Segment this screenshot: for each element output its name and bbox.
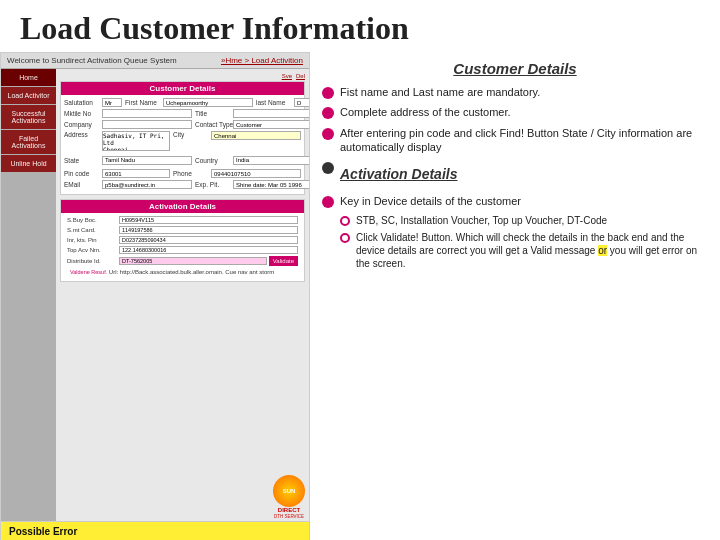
contacttype-label: Contact Type — [195, 121, 230, 128]
bullet-names: Fist name and Last name are mandatory. — [322, 85, 708, 99]
app-screenshot: Welcome to Sundirect Activation Queue Sy… — [0, 52, 310, 540]
bullet-dot-4 — [322, 196, 334, 208]
sub-bullet-text-1: STB, SC, Installation Voucher, Top up Vo… — [356, 214, 607, 227]
app-body: Home Load Activitor Successful Activatio… — [1, 69, 309, 535]
activation-heading-row: Activation Details — [322, 160, 708, 188]
app-topbar-title: Welcome to Sundirect Activation Queue Sy… — [7, 56, 177, 65]
app-sidebar: Home Load Activitor Successful Activatio… — [1, 69, 56, 535]
customer-details-form: Customer Details Salutation First Name l… — [60, 81, 305, 195]
right-panel: Customer Details Fist name and Last name… — [310, 52, 720, 540]
app-background: Welcome to Sundirect Activation Queue Sy… — [1, 53, 309, 540]
country-label: Country — [195, 157, 230, 164]
phone-label: Phone — [173, 170, 208, 177]
country-input[interactable] — [233, 156, 309, 165]
bullet-text-3: After entering pin code and click Find! … — [340, 126, 708, 155]
sidebar-item-load[interactable]: Load Activitor — [1, 87, 56, 104]
customer-details-heading: Customer Details — [322, 60, 708, 77]
lastname-input[interactable] — [294, 98, 309, 107]
smartcard-label: S.mt Card. — [67, 227, 117, 233]
logo-direct-text: DIRECT — [278, 507, 300, 514]
bullet-text-1: Fist name and Last name are mandatory. — [340, 85, 540, 99]
distributor-input[interactable] — [119, 257, 267, 265]
company-label: Company — [64, 121, 99, 128]
state-input[interactable] — [102, 156, 192, 165]
validation-result: Valdene Resuf. Url: http://Back.associat… — [67, 268, 277, 276]
sidebar-item-home[interactable]: Home — [1, 69, 56, 86]
company-input[interactable] — [102, 120, 192, 129]
distributor-label: Distribute Id. — [67, 258, 117, 264]
save-link[interactable]: Sve — [282, 73, 292, 79]
bullet-address: Complete address of the customer. — [322, 105, 708, 119]
salutation-label: Salutation — [64, 99, 99, 106]
address-label: Address — [64, 131, 99, 138]
highlight-or: or — [598, 245, 607, 256]
app-nav-link[interactable]: »Hme > Load Activition — [221, 56, 303, 65]
phone-input[interactable] — [211, 169, 301, 178]
bottom-bar: Possible Error — [1, 521, 309, 540]
sidebar-item-unline[interactable]: Unline Hold — [1, 155, 56, 172]
app-form-area: Sve Del Customer Details Salutation Firs… — [56, 69, 309, 535]
del-link[interactable]: Del — [296, 73, 305, 79]
bullet-text-2: Complete address of the customer. — [340, 105, 511, 119]
sub-bullet-dot-1 — [340, 216, 350, 226]
sub-bullet-dot-2 — [340, 233, 350, 243]
address-input[interactable]: Sadhasiv, IT Pri, Ltd Chennai — [102, 131, 170, 151]
bullet-pincode: After entering pin code and click Find! … — [322, 126, 708, 155]
contacttype-input[interactable] — [233, 120, 309, 129]
stb-label: S.Buy Boc. — [67, 217, 117, 223]
city-label: City — [173, 131, 208, 138]
topvoucher-input[interactable] — [119, 246, 298, 254]
lastname-label: last Name — [256, 99, 291, 106]
expdate-label: Exp. Pit. — [195, 181, 230, 188]
validate-button[interactable]: Validate — [269, 256, 298, 266]
sub-bullet-validate: Click Validate! Button. Which will check… — [340, 231, 708, 270]
instvoucher-label: Inr, kts. Pin — [67, 237, 117, 243]
bullet-dot-1 — [322, 87, 334, 99]
logo-container: SUN DIRECT DTH SERVICE — [273, 475, 305, 519]
pincode-label: Pin code — [64, 170, 99, 177]
page-header: Load Customer Information — [0, 0, 720, 52]
salutation-input[interactable] — [102, 98, 122, 107]
title-label: Title — [195, 110, 230, 117]
expdate-input[interactable] — [233, 180, 309, 189]
city-input[interactable] — [211, 131, 301, 140]
mobile-input[interactable] — [102, 109, 192, 118]
sub-bullet-text-2: Click Validate! Button. Which will check… — [356, 231, 708, 270]
customer-form-header: Customer Details — [61, 82, 304, 95]
bullet-dot-act — [322, 162, 334, 174]
sidebar-item-failed[interactable]: Failed Activations — [1, 130, 56, 154]
stb-input[interactable] — [119, 216, 298, 224]
smartcard-input[interactable] — [119, 226, 298, 234]
main-content: Welcome to Sundirect Activation Queue Sy… — [0, 52, 720, 540]
firstname-label: First Name — [125, 99, 160, 106]
pincode-input[interactable] — [102, 169, 170, 178]
page-title: Load Customer Information — [20, 10, 700, 47]
logo-dth-text: DTH SERVICE — [274, 514, 304, 519]
activation-details-heading: Activation Details — [340, 166, 457, 182]
instvoucher-input[interactable] — [119, 236, 298, 244]
logo-circle: SUN — [273, 475, 305, 507]
sub-bullet-stb: STB, SC, Installation Voucher, Top up Vo… — [340, 214, 708, 227]
app-topbar: Welcome to Sundirect Activation Queue Sy… — [1, 53, 309, 69]
sidebar-item-successful[interactable]: Successful Activations — [1, 105, 56, 129]
title-input[interactable] — [233, 109, 309, 118]
activation-details-form: Activation Details S.Buy Boc. S.mt Card. — [60, 199, 305, 282]
logo-sun-text: SUN — [283, 488, 296, 494]
bullet-dot-2 — [322, 107, 334, 119]
bullet-key-device: Key in Device details of the customer — [322, 194, 708, 208]
firstname-input[interactable] — [163, 98, 253, 107]
state-label: State — [64, 157, 99, 164]
mobile-label: Mktile No — [64, 110, 99, 117]
activation-form-header: Activation Details — [61, 200, 304, 213]
bullet-text-4: Key in Device details of the customer — [340, 194, 521, 208]
topvoucher-label: Top Acv Nm. — [67, 247, 117, 253]
email-input[interactable] — [102, 180, 192, 189]
bullet-dot-3 — [322, 128, 334, 140]
email-label: EMail — [64, 181, 99, 188]
